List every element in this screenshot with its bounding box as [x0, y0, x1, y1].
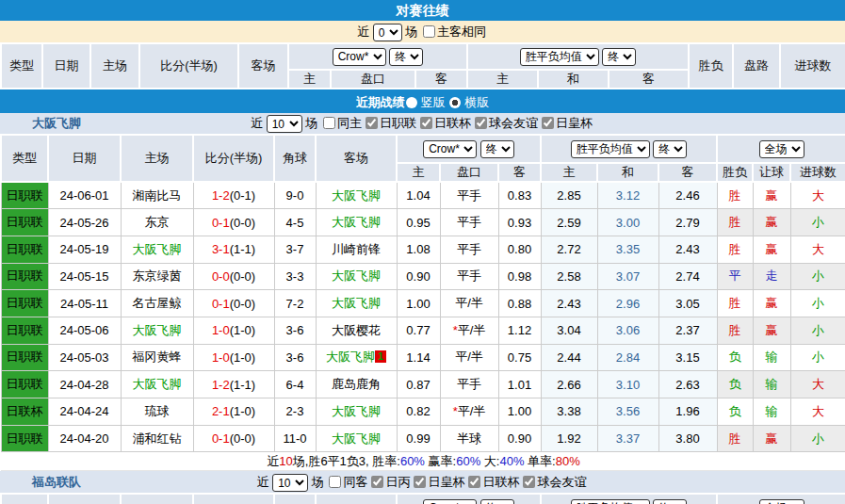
same-home-filter[interactable]: 同主 [321, 116, 362, 130]
odds-away-cell: 0.80 [498, 236, 541, 263]
league-filter[interactable]: 球会友谊 [521, 475, 586, 489]
avg-home-cell: 3.04 [541, 317, 597, 344]
vertical-radio[interactable] [406, 97, 417, 108]
match-row: 日职联24-05-19大阪飞脚3-1(1-1)3-7川崎前锋1.08平手0.80… [1, 236, 845, 263]
away-team-cell[interactable]: 大阪飞脚 [316, 209, 397, 236]
away-team-cell[interactable]: 大阪飞脚 [316, 182, 397, 209]
home-team-cell[interactable]: 名古屋鲸 [121, 290, 193, 317]
league-filter[interactable]: 日皇杯 [412, 475, 464, 489]
league-checkbox[interactable] [366, 117, 378, 129]
team-name-gamba[interactable]: 大阪飞脚 [32, 113, 81, 134]
home-team-cell[interactable]: 东京 [121, 209, 193, 236]
league-checkbox[interactable] [414, 476, 426, 488]
same-home-away-checkbox[interactable] [423, 25, 435, 38]
avg-odds-select[interactable]: 胜平负均值 [571, 140, 650, 158]
away-team-cell[interactable]: 大阪飞脚 [316, 290, 397, 317]
away-team-cell[interactable]: 大阪飞脚 [316, 425, 397, 452]
match-type-cell: 日职联 [1, 236, 48, 263]
corner-cell: 6-4 [274, 371, 316, 398]
league-filter[interactable]: 日联杯 [418, 116, 471, 130]
scope-select[interactable]: 全场 [759, 140, 804, 158]
fukushima-filter: 近 10 场 同客日丙日皇杯日联杯球会友谊 [0, 471, 845, 493]
away-team-cell[interactable]: 大阪樱花 [316, 317, 397, 344]
col-away: 客场 [316, 135, 397, 182]
home-team-cell[interactable]: 大阪飞脚 [121, 317, 193, 344]
same-home-checkbox[interactable] [323, 117, 335, 129]
match-row: 日职联24-05-26东京0-1(0-0)4-5大阪飞脚0.95平手0.932.… [1, 209, 845, 236]
league-filter[interactable]: 球会友谊 [473, 116, 538, 130]
handicap-result-cell: 赢 [753, 182, 790, 209]
match-row: 日职联24-04-20浦和红钻0-1(0-0)11-0大阪飞脚0.99半球0.9… [1, 425, 845, 452]
league-checkbox[interactable] [371, 476, 383, 488]
home-team-cell[interactable]: 湘南比马 [121, 182, 193, 209]
avg-home-cell: 2.58 [541, 263, 597, 290]
home-team-cell[interactable]: 大阪飞脚 [121, 371, 193, 398]
gamba-filter: 近 10 场 同主日职联日联杯球会友谊日皇杯 [0, 113, 845, 134]
match-row: 日职联24-06-01湘南比马1-2(0-1)9-0大阪飞脚1.04平手0.83… [1, 182, 845, 209]
avg-odds-select[interactable]: 胜平负均值 [571, 499, 650, 504]
league-checkbox[interactable] [468, 476, 480, 488]
same-away-checkbox[interactable] [329, 476, 341, 488]
score-cell: 1-0(1-0) [193, 317, 274, 344]
col-odds-home: 主 [397, 163, 440, 182]
avg-stage-select[interactable]: 终 [653, 140, 687, 158]
match-type-cell: 日联杯 [1, 398, 48, 426]
result-cell: 负 [717, 398, 753, 426]
league-filter[interactable]: 日丙 [369, 475, 410, 489]
league-filter[interactable]: 日皇杯 [540, 116, 593, 130]
avg-odds-select[interactable]: 胜平负均值 [520, 48, 599, 66]
avg-away-cell: 2.46 [658, 182, 717, 209]
home-team-cell[interactable]: 大阪飞脚 [121, 236, 193, 263]
away-team-cell[interactable]: 鹿岛鹿角 [316, 371, 397, 398]
same-away-filter[interactable]: 同客 [327, 475, 367, 489]
vertical-label[interactable]: 竖版 [421, 95, 446, 109]
avg-stage-select[interactable]: 终 [653, 499, 687, 504]
col-type [1, 494, 48, 504]
league-checkbox[interactable] [542, 117, 554, 129]
result-cell: 胜 [717, 290, 753, 317]
match-row: 日职联24-05-11名古屋鲸0-1(0-0)7-2大阪飞脚1.00平/半0.8… [1, 290, 845, 317]
result-cell: 负 [717, 371, 753, 398]
horizontal-radio[interactable] [449, 97, 461, 108]
odds-home-cell: 0.90 [397, 263, 440, 290]
gamba-recent-select[interactable]: 10 [267, 115, 302, 133]
summary-segment: 10 [279, 454, 292, 468]
home-team-cell[interactable]: 福冈黄蜂 [121, 344, 193, 371]
odds-company-select[interactable]: Crow* [333, 48, 386, 66]
horizontal-label[interactable]: 横版 [464, 95, 489, 109]
home-team-cell[interactable]: 东京绿茵 [121, 263, 193, 290]
col-home [121, 494, 193, 504]
league-checkbox[interactable] [475, 117, 487, 129]
corner-cell: 9-0 [274, 182, 316, 209]
away-team-cell[interactable]: 大阪飞脚 [316, 263, 397, 290]
team-name-fukushima[interactable]: 福岛联队 [32, 471, 81, 493]
league-checkbox[interactable] [420, 117, 432, 129]
odds-stage-select[interactable]: 终 [480, 140, 514, 158]
same-home-away-filter[interactable]: 主客相同 [421, 24, 486, 39]
result-cell: 胜 [717, 182, 753, 209]
col-date: 日期 [48, 135, 121, 182]
away-team-cell[interactable]: 大阪飞脚1 [316, 344, 397, 371]
recent-results-bar: 近期战绩竖版 横版 [0, 91, 845, 113]
fukushima-recent-select[interactable]: 10 [272, 474, 308, 492]
avg-stage-select[interactable]: 终 [602, 48, 636, 66]
odds-stage-select[interactable]: 终 [480, 499, 514, 504]
away-team-cell[interactable]: 大阪飞脚 [316, 398, 397, 426]
col-handicap: 盘口 [331, 70, 415, 89]
odds-stage-select[interactable]: 终 [389, 48, 423, 66]
avg-draw-cell: 3.10 [597, 371, 658, 398]
league-filter[interactable]: 日联杯 [466, 475, 519, 489]
scope-select[interactable]: 全场 [759, 499, 804, 504]
away-team-cell[interactable]: 川崎前锋 [316, 236, 397, 263]
match-date-cell: 24-05-03 [48, 344, 121, 371]
home-team-cell[interactable]: 浦和红钻 [121, 425, 193, 452]
home-team-cell[interactable]: 琉球 [121, 398, 193, 426]
corner-cell: 3-7 [274, 236, 316, 263]
h2h-recent-select[interactable]: 0 [373, 24, 402, 41]
league-checkbox[interactable] [523, 476, 535, 488]
handicap-result-cell: 赢 [753, 236, 790, 263]
league-filter[interactable]: 日职联 [364, 116, 416, 130]
odds-company-select[interactable]: Crow* [423, 140, 477, 158]
col-goals: 进球数 [780, 43, 845, 89]
odds-company-select[interactable]: Crow* [423, 499, 477, 504]
